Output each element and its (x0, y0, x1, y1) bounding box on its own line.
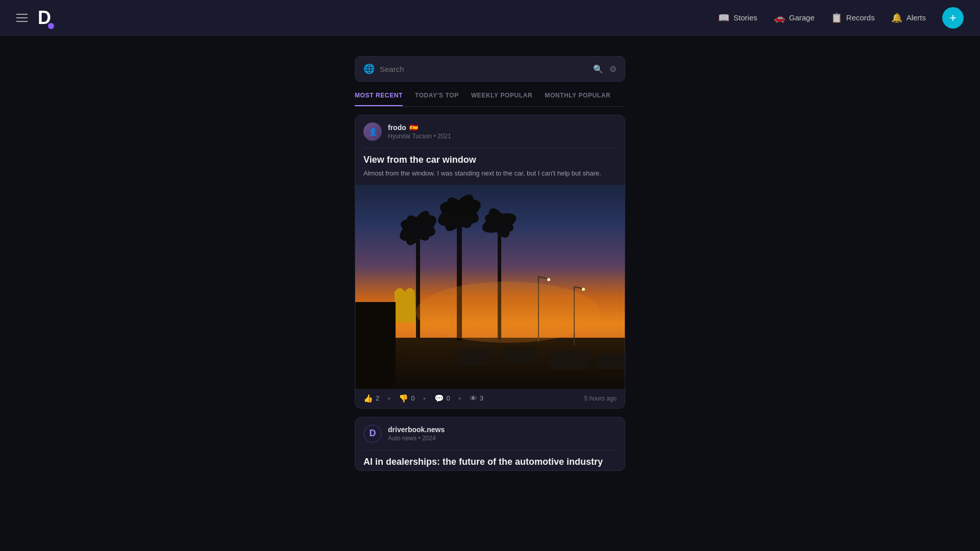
post-meta-1: frodo 🇪🇸 Hyundai Tucson • 2021 (388, 123, 617, 140)
svg-rect-17 (457, 348, 493, 366)
comment-icon: 💬 (434, 394, 444, 403)
records-icon: 📋 (831, 12, 842, 23)
header: D 📖 Stories 🚗 Garage 📋 Records 🔔 Alerts … (0, 0, 980, 36)
post-card-2: D driverbook.news Auto news • 2024 AI in… (355, 417, 625, 471)
post-dislikes: 👎 0 (399, 394, 414, 403)
post-author-2: driverbook.news (388, 425, 617, 434)
post-comments: 💬 0 (434, 394, 450, 403)
post-author-1: frodo 🇪🇸 (388, 123, 617, 132)
stories-icon: 📖 (718, 12, 729, 23)
header-left: D (16, 9, 51, 27)
post-meta-2: driverbook.news Auto news • 2024 (388, 425, 617, 442)
alerts-label: Alerts (906, 13, 926, 22)
nav-alerts[interactable]: 🔔 Alerts (891, 12, 926, 23)
search-input[interactable] (380, 65, 588, 73)
post-likes: 👍 2 (363, 394, 379, 403)
post-views: 👁 3 (470, 394, 483, 403)
main-content: 🌐 🔍 ⚙ MOST RECENT TODAY'S TOP WEEKLY POP… (0, 36, 980, 491)
svg-rect-18 (503, 347, 536, 364)
tabs: MOST RECENT TODAY'S TOP WEEKLY POPULAR M… (355, 92, 625, 107)
post-header-2: D driverbook.news Auto news • 2024 (355, 417, 625, 450)
tab-todays-top[interactable]: TODAY'S TOP (415, 92, 459, 106)
thumbs-down-icon: 👎 (399, 394, 408, 403)
views-icon: 👁 (470, 394, 477, 403)
avatar-driverbook: D (363, 424, 382, 443)
post-image (355, 185, 625, 389)
post-description-1: Almost from the window. I was standing n… (355, 168, 625, 185)
search-bar: 🌐 🔍 ⚙ (355, 56, 625, 82)
post-title-2: AI in dealerships: the future of the aut… (355, 450, 625, 470)
post-footer-1: 👍 2 ● 👎 0 ● 💬 0 ● 👁 3 5 hours a (355, 389, 625, 408)
stories-label: Stories (733, 13, 757, 22)
svg-point-27 (416, 282, 600, 343)
tab-weekly-popular[interactable]: WEEKLY POPULAR (471, 92, 532, 106)
avatar-frodo: 👤 (363, 122, 382, 141)
globe-icon: 🌐 (363, 63, 375, 74)
filter-icon[interactable]: ⚙ (609, 64, 617, 74)
garage-icon: 🚗 (774, 12, 785, 23)
post-title-1: View from the car window (355, 148, 625, 168)
flag-icon: 🇪🇸 (409, 123, 418, 132)
svg-point-26 (582, 288, 585, 291)
post-card-1: 👤 frodo 🇪🇸 Hyundai Tucson • 2021 View fr… (355, 115, 625, 409)
post-vehicle-1: Hyundai Tucson • 2021 (388, 133, 617, 140)
logo-text: D (38, 9, 51, 27)
records-label: Records (846, 13, 875, 22)
thumbs-up-icon: 👍 (363, 394, 373, 403)
garage-label: Garage (789, 13, 815, 22)
svg-rect-19 (549, 350, 590, 370)
add-button[interactable]: + (942, 7, 964, 29)
nav-stories[interactable]: 📖 Stories (718, 12, 757, 23)
svg-point-23 (547, 278, 550, 281)
feed-container: 🌐 🔍 ⚙ MOST RECENT TODAY'S TOP WEEKLY POP… (355, 56, 625, 471)
tab-most-recent[interactable]: MOST RECENT (355, 92, 403, 106)
post-timestamp-1: 5 hours ago (584, 395, 617, 402)
search-icons: 🔍 ⚙ (593, 64, 617, 74)
search-magnifier-icon[interactable]: 🔍 (593, 64, 603, 74)
alerts-icon: 🔔 (891, 12, 902, 23)
svg-rect-2 (416, 226, 420, 338)
nav-garage[interactable]: 🚗 Garage (774, 12, 815, 23)
nav-links: 📖 Stories 🚗 Garage 📋 Records 🔔 Alerts + (718, 7, 964, 29)
logo[interactable]: D (38, 9, 51, 27)
post-vehicle-2: Auto news • 2024 (388, 435, 617, 442)
tab-monthly-popular[interactable]: MONTHLY POPULAR (545, 92, 610, 106)
post-header-1: 👤 frodo 🇪🇸 Hyundai Tucson • 2021 (355, 115, 625, 148)
nav-records[interactable]: 📋 Records (831, 12, 875, 23)
svg-rect-16 (355, 302, 396, 389)
post-image-container (355, 185, 625, 389)
hamburger-menu-icon[interactable] (16, 14, 28, 22)
svg-rect-20 (595, 353, 625, 369)
